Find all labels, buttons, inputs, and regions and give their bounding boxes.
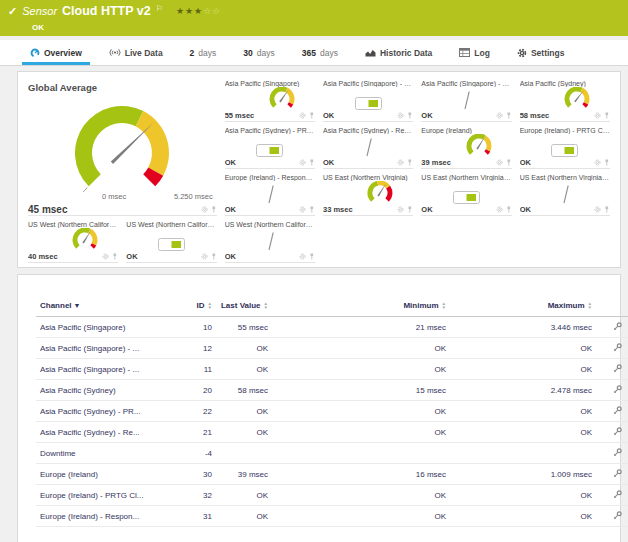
gauge-tile-value: OK: [421, 205, 432, 214]
maximum-cell: OK: [450, 485, 596, 506]
gauge-tile[interactable]: Asia Pacific (Sydney) - PRTG ...OK: [225, 125, 315, 169]
gauge-tile-body: [323, 134, 413, 157]
gear-icon[interactable]: [299, 112, 306, 119]
actions-cell: [596, 506, 628, 527]
edit-channel-button[interactable]: [613, 469, 622, 478]
gear-icon[interactable]: [496, 112, 503, 119]
gauge-tile[interactable]: Europe (Ireland)39 msec: [421, 125, 511, 169]
edit-channel-button[interactable]: [613, 490, 622, 499]
pin-icon[interactable]: [112, 253, 118, 260]
pin-icon[interactable]: [604, 159, 610, 166]
pin-icon[interactable]: [309, 253, 315, 260]
edit-channel-button[interactable]: [613, 406, 622, 415]
gauge-tile-value: OK: [225, 252, 236, 261]
channel-table-panel: Channel▼ ID▲▼ Last Value▲▼ Minimum▲▼ Max…: [17, 274, 621, 542]
minimum-cell: 15 msec: [272, 380, 450, 401]
gear-icon[interactable]: [397, 206, 404, 213]
pin-icon[interactable]: [407, 159, 413, 166]
col-header-id[interactable]: ID▲▼: [174, 299, 216, 317]
gauge-tile-title: US East (Northern Virginia) - ...: [520, 172, 610, 181]
priority-flag-icon[interactable]: ⚐: [156, 2, 163, 15]
gauge-tile-actions: [397, 112, 413, 119]
pin-icon[interactable]: [604, 112, 610, 119]
tab-live-data[interactable]: Live Data: [109, 40, 163, 65]
pin-icon[interactable]: [309, 159, 315, 166]
tab-settings[interactable]: Settings: [517, 40, 565, 65]
maximum-cell: OK: [450, 359, 596, 380]
gear-icon[interactable]: [496, 159, 503, 166]
pin-icon[interactable]: [309, 112, 315, 119]
gauge-tile[interactable]: Europe (Ireland) - Response C...OK: [225, 172, 315, 216]
edit-channel-button[interactable]: [613, 322, 622, 331]
gauge-tile-actions: [594, 206, 610, 213]
star-empty-icon[interactable]: ☆: [212, 6, 221, 16]
star-filled-icon[interactable]: ★: [185, 6, 194, 16]
gear-icon[interactable]: [397, 159, 404, 166]
tab-30-days[interactable]: 30 days: [243, 40, 274, 65]
gauge-tile[interactable]: US West (Northern California)40 msec: [28, 219, 118, 263]
tab-overview[interactable]: Overview: [30, 40, 82, 65]
tab-2-days[interactable]: 2 days: [190, 40, 217, 65]
channel-cell: Europe (Ireland): [36, 464, 174, 485]
gear-icon[interactable]: [594, 206, 601, 213]
gear-icon[interactable]: [201, 206, 208, 213]
col-header-channel[interactable]: Channel▼: [36, 299, 174, 317]
gear-icon[interactable]: [496, 206, 503, 213]
gauge-tile[interactable]: Asia Pacific (Singapore) - Res...OK: [421, 78, 511, 122]
edit-channel-button[interactable]: [613, 343, 622, 352]
gauge-tile[interactable]: Global Average0 msec5.250 msec45 msec: [28, 78, 217, 216]
star-filled-icon[interactable]: ★: [194, 6, 203, 16]
gauge-tile[interactable]: US East (Northern Virginia) - ...OK: [520, 172, 610, 216]
gauge-tile-value: OK: [225, 205, 236, 214]
pin-icon[interactable]: [506, 159, 512, 166]
gear-icon[interactable]: [299, 159, 306, 166]
tab-365-days[interactable]: 365 days: [302, 40, 338, 65]
pin-icon[interactable]: [506, 112, 512, 119]
pin-icon[interactable]: [604, 206, 610, 213]
edit-channel-button[interactable]: [613, 511, 622, 520]
star-empty-icon[interactable]: ☆: [203, 6, 212, 16]
tab-log[interactable]: Log: [459, 40, 490, 65]
gear-icon[interactable]: [594, 159, 601, 166]
star-filled-icon[interactable]: ★: [176, 6, 185, 16]
gauge-tile[interactable]: Europe (Ireland) - PRTG Cloud...OK: [520, 125, 610, 169]
gauge-scale-min: 0 msec: [102, 192, 126, 201]
gauge-tile[interactable]: Asia Pacific (Sydney)58 msec: [520, 78, 610, 122]
gauge-tile[interactable]: US East (Northern Virginia) - ...OK: [421, 172, 511, 216]
col-header-minimum[interactable]: Minimum▲▼: [272, 299, 450, 317]
gauge-dial: [556, 87, 598, 110]
gauge-tile[interactable]: Asia Pacific (Singapore) - PR...OK: [323, 78, 413, 122]
tab-historic-data[interactable]: Historic Data: [365, 40, 432, 65]
gear-icon[interactable]: [201, 253, 208, 260]
gauge-tile[interactable]: Asia Pacific (Sydney) - Respo...OK: [323, 125, 413, 169]
gauge-dial: [359, 181, 401, 204]
tab-label: days: [257, 48, 275, 58]
gear-icon[interactable]: [594, 112, 601, 119]
gauge-tile-title: Asia Pacific (Sydney) - PRTG ...: [225, 125, 315, 134]
star-rating[interactable]: ★★★☆☆: [176, 5, 221, 18]
gear-icon[interactable]: [102, 253, 109, 260]
pin-icon[interactable]: [407, 206, 413, 213]
col-header-last-value[interactable]: Last Value▲▼: [216, 299, 272, 317]
gauge-tile[interactable]: US West (Northern California)...OK: [225, 219, 315, 263]
gauge-tile[interactable]: Asia Pacific (Singapore)55 msec: [225, 78, 315, 122]
edit-channel-button[interactable]: [613, 385, 622, 394]
gear-icon[interactable]: [397, 112, 404, 119]
pin-icon[interactable]: [506, 206, 512, 213]
edit-channel-button[interactable]: [613, 364, 622, 373]
edit-channel-button[interactable]: [613, 427, 622, 436]
gauge-tile[interactable]: US East (Northern Virginia)33 msec: [323, 172, 413, 216]
edit-channel-button[interactable]: [613, 448, 622, 457]
pin-icon[interactable]: [407, 112, 413, 119]
gear-icon[interactable]: [299, 206, 306, 213]
col-header-maximum[interactable]: Maximum▲▼: [450, 299, 596, 317]
tab-label: 2: [190, 48, 195, 58]
pin-icon[interactable]: [211, 206, 217, 213]
tab-bar: Overview Live Data 2 days 30 days 365 da…: [0, 40, 628, 66]
gauge-tile-actions: [496, 206, 512, 213]
pin-icon[interactable]: [211, 253, 217, 260]
channel-table: Channel▼ ID▲▼ Last Value▲▼ Minimum▲▼ Max…: [36, 299, 628, 527]
pin-icon[interactable]: [309, 206, 315, 213]
gear-icon[interactable]: [299, 253, 306, 260]
gauge-tile[interactable]: US West (Northern California)...OK: [126, 219, 216, 263]
